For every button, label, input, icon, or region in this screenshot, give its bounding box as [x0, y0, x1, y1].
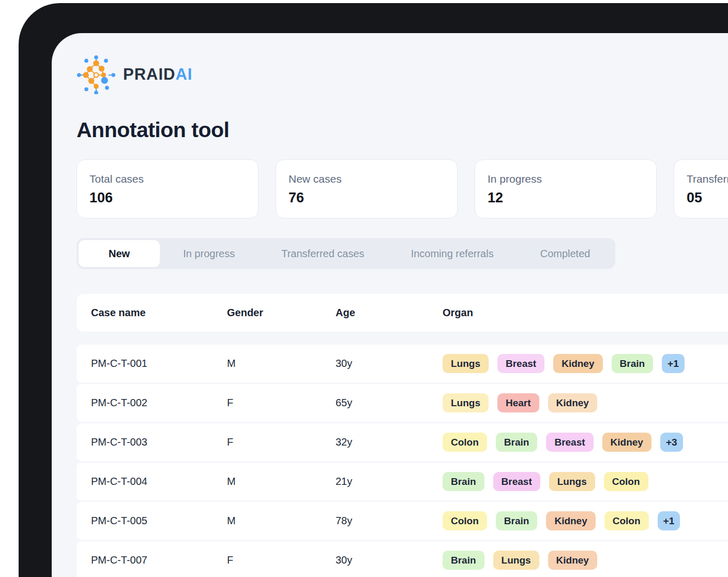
column-header-gender: Gender [227, 307, 336, 319]
organ-badge: Brain [443, 472, 484, 491]
case-table-body: PM-C-T-001 M 30y LungsBreastKidneyBrain+… [77, 345, 728, 577]
age-cell: 65y [336, 397, 443, 409]
organ-badge: Lungs [443, 354, 489, 373]
organ-badge: Lungs [443, 393, 489, 412]
organ-badge: Kidney [546, 511, 595, 530]
table-header: Case name Gender Age Organ [77, 294, 728, 332]
organ-badge: Breast [546, 433, 593, 452]
organ-badge: Brain [496, 511, 538, 530]
case-name-cell: PM-C-T-007 [91, 554, 227, 566]
organ-badge: Kidney [548, 393, 597, 412]
organ-badge: Lungs [549, 472, 595, 491]
column-header-age: Age [336, 307, 443, 319]
organ-badges: LungsBreastKidneyBrain+1 [443, 354, 728, 373]
organ-badge: Colon [443, 433, 487, 452]
organ-badges: BrainBreastLungsColon [443, 472, 728, 491]
organ-badge: Brain [496, 433, 538, 452]
organ-badge: Breast [493, 472, 540, 491]
stat-value: 05 [687, 190, 728, 206]
tab-new[interactable]: New [79, 240, 160, 267]
age-cell: 32y [336, 436, 443, 448]
column-header-organ: Organ [443, 307, 728, 319]
stat-value: 12 [488, 190, 644, 206]
organ-badges: BrainLungsKidney [443, 551, 728, 570]
stats-row: Total cases 106 New cases 76 In progress… [77, 159, 728, 218]
tab-transferred-cases[interactable]: Transferred cases [258, 240, 387, 267]
table-row[interactable]: PM-C-T-005 M 78y ColonBrainKidneyColon+1 [77, 502, 728, 540]
stat-label: Total cases [89, 173, 246, 185]
overflow-count-badge: +1 [658, 511, 680, 530]
overflow-count-badge: +3 [660, 433, 683, 452]
age-cell: 30y [336, 358, 443, 369]
network-logo-icon [77, 55, 116, 94]
age-cell: 78y [336, 515, 443, 527]
organ-badge: Colon [443, 511, 487, 530]
case-name-cell: PM-C-T-003 [91, 436, 227, 448]
tabs-bar: New In progress Transferred cases Incomi… [77, 238, 615, 269]
stat-card-new-cases: New cases 76 [276, 159, 458, 218]
organ-badge: Brain [443, 551, 484, 570]
organ-badge: Kidney [548, 551, 597, 570]
brand-name-primary: PRAID [123, 65, 175, 83]
organ-badge: Colon [604, 472, 648, 491]
overflow-count-badge: +1 [662, 354, 685, 373]
organ-badge: Brain [612, 354, 654, 373]
organ-badge: Kidney [602, 433, 651, 452]
organ-badge: Lungs [493, 551, 539, 570]
brand-wordmark: PRAIDAI [123, 65, 192, 84]
table-row[interactable]: PM-C-T-007 F 30y BrainLungsKidney [77, 541, 728, 577]
organ-badge: Kidney [553, 354, 602, 373]
gender-cell: M [227, 476, 336, 487]
table-row[interactable]: PM-C-T-002 F 65y LungsHeartKidney [77, 384, 728, 422]
organ-badge: Breast [497, 354, 544, 373]
organ-badges: ColonBrainBreastKidney+3 [443, 433, 728, 452]
column-header-case-name: Case name [91, 307, 227, 319]
organ-badge: Heart [497, 393, 539, 412]
gender-cell: M [227, 515, 336, 527]
stat-label: In progress [488, 173, 644, 185]
stat-card-total-cases: Total cases 106 [77, 159, 259, 218]
brand-name-secondary: AI [175, 65, 192, 83]
table-row[interactable]: PM-C-T-003 F 32y ColonBrainBreastKidney+… [77, 423, 728, 461]
case-name-cell: PM-C-T-004 [91, 476, 227, 487]
gender-cell: F [227, 397, 336, 409]
tab-in-progress[interactable]: In progress [160, 240, 258, 267]
gender-cell: F [227, 554, 336, 566]
stat-value: 76 [289, 190, 445, 206]
organ-badges: LungsHeartKidney [443, 393, 728, 412]
gender-cell: F [227, 436, 336, 448]
app-panel: PRAIDAI Annotation tool Total cases 106 … [52, 33, 728, 577]
table-row[interactable]: PM-C-T-004 M 21y BrainBreastLungsColon [77, 463, 728, 500]
stat-card-in-progress: In progress 12 [475, 159, 657, 218]
gender-cell: M [227, 358, 336, 369]
case-name-cell: PM-C-T-002 [91, 397, 227, 409]
age-cell: 21y [336, 476, 443, 487]
organ-badges: ColonBrainKidneyColon+1 [443, 511, 728, 530]
table-row[interactable]: PM-C-T-001 M 30y LungsBreastKidneyBrain+… [77, 345, 728, 382]
brand-logo: PRAIDAI [77, 55, 728, 94]
case-name-cell: PM-C-T-001 [91, 358, 227, 369]
stat-value: 106 [89, 190, 246, 206]
stat-label: New cases [289, 173, 445, 185]
stat-label: Transferred [687, 173, 728, 185]
tab-incoming-referrals[interactable]: Incoming referrals [388, 240, 517, 267]
stat-card-transferred: Transferred 05 [674, 159, 728, 218]
organ-badge: Colon [604, 511, 649, 530]
case-name-cell: PM-C-T-005 [91, 515, 227, 527]
tab-completed[interactable]: Completed [517, 240, 614, 267]
age-cell: 30y [336, 554, 443, 566]
page-title: Annotation tool [77, 118, 728, 142]
